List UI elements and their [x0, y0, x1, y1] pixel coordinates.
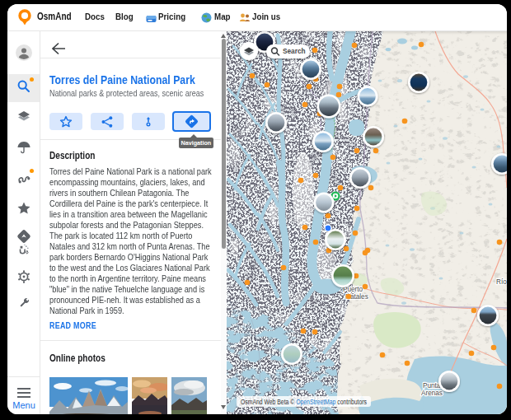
svg-text:Río: Río: [496, 278, 507, 286]
svg-text:Punta: Punta: [423, 382, 441, 390]
svg-text:Search: Search: [283, 47, 306, 55]
svg-text:OsmAnd Web Beta © OpenStreetMa: OsmAnd Web Beta © OpenStreetMap contribu…: [241, 398, 367, 406]
svg-text:Arenas: Arenas: [421, 390, 443, 397]
